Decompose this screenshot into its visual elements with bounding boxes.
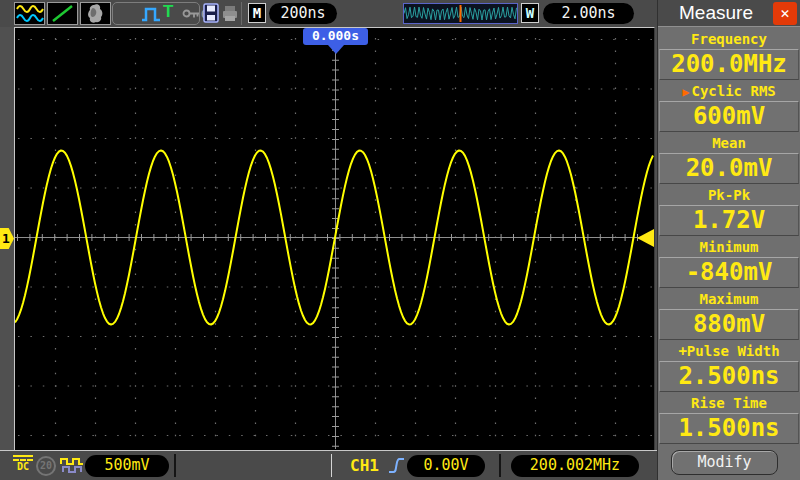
measure-item-mean[interactable]: Mean 20.0mV [658, 135, 800, 184]
toolbar-divider [241, 2, 242, 25]
trigger-position-tab[interactable]: 0.000s [303, 28, 368, 45]
close-icon[interactable]: ✕ [773, 2, 797, 25]
probe-comp-waves-icon [60, 456, 85, 475]
modify-button[interactable]: Modify [671, 450, 778, 475]
statusbar-divider [499, 454, 501, 477]
save-icon[interactable] [203, 3, 219, 23]
measure-panel-header: Measure ✕ [658, 0, 800, 27]
trigger-level-marker-icon[interactable] [637, 229, 654, 247]
bandwidth-limit-icon: 20 [36, 456, 56, 476]
measure-item-cyclic-rms[interactable]: ▶Cyclic RMS 600mV [658, 83, 800, 132]
channel-waveforms-icon[interactable] [14, 2, 45, 25]
measure-item-pulse-width[interactable]: +Pulse Width 2.500ns [658, 343, 800, 392]
trigger-source-label: T [163, 2, 173, 22]
usb-device-icon[interactable] [80, 2, 111, 25]
line-tool-icon[interactable] [47, 2, 78, 25]
window-timebase-badge: W [521, 3, 539, 23]
print-icon[interactable] [221, 5, 239, 22]
waveform-preview [403, 3, 518, 24]
top-toolbar: T 0 M 200ns W 2.00ns [0, 0, 657, 27]
trigger-level-value[interactable]: 0.00V [407, 455, 485, 477]
graticule-display: 0.000s [14, 27, 655, 450]
oscilloscope-screen: { "topbar": { "timebase_main_label": "M"… [0, 0, 800, 480]
dc-coupling-icon: DC [13, 455, 33, 473]
selected-arrow-icon: ▶ [682, 85, 689, 99]
measure-item-pkpk[interactable]: Pk-Pk 1.72V [658, 187, 800, 236]
statusbar-divider [174, 454, 176, 477]
trigger-channel-label: CH1 [350, 456, 379, 475]
trigger-position-arrow-icon [328, 45, 344, 54]
rising-edge-icon [388, 455, 405, 476]
pulse-trigger-icon [140, 4, 162, 23]
statusbar-divider [331, 454, 332, 477]
measure-item-rise-time[interactable]: Rise Time 1.500ns [658, 395, 800, 444]
vertical-scale-value[interactable]: 500mV [85, 455, 169, 477]
bottom-status-bar: DC 20 500mV CH1 0.00V 200.002MHz [0, 450, 657, 480]
measure-item-minimum[interactable]: Minimum -840mV [658, 239, 800, 288]
channel1-ground-marker[interactable]: 1 [0, 228, 14, 249]
window-timebase-value[interactable]: 2.00ns [543, 3, 634, 24]
counter-frequency-value[interactable]: 200.002MHz [511, 455, 639, 477]
panel-title: Measure [658, 0, 774, 26]
main-timebase-badge: M [248, 3, 266, 23]
measure-panel: Measure ✕ Frequency 200.0MHz ▶Cyclic RMS… [657, 0, 800, 480]
main-timebase-value[interactable]: 200ns [269, 3, 337, 24]
measure-item-frequency[interactable]: Frequency 200.0MHz [658, 31, 800, 80]
measure-item-maximum[interactable]: Maximum 880mV [658, 291, 800, 340]
